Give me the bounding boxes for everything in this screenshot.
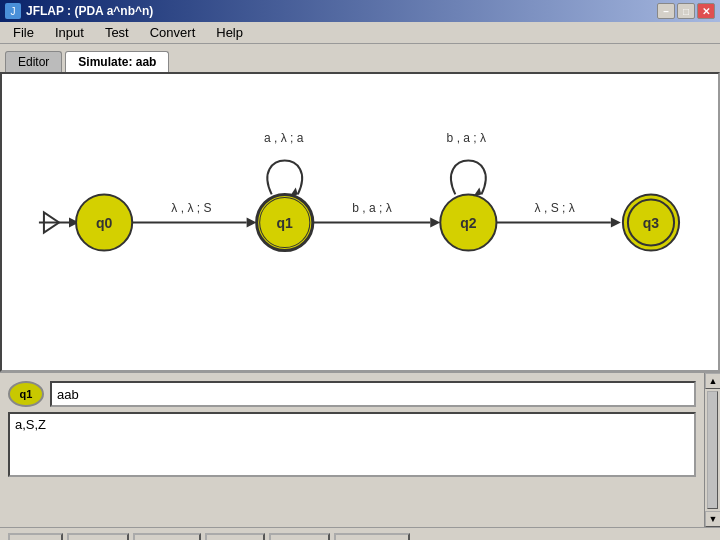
scroll-up-button[interactable]: ▲ [705,373,720,389]
menu-help[interactable]: Help [208,23,251,42]
action-buttons: Step Reset Freeze Thaw Trace Remove [0,527,720,540]
scroll-down-button[interactable]: ▼ [705,511,720,527]
current-state-badge: q1 [8,381,44,407]
menu-bar: File Input Test Convert Help [0,22,720,44]
remove-button[interactable]: Remove [334,533,410,540]
tab-editor[interactable]: Editor [5,51,62,72]
svg-text:λ , S ; λ: λ , S ; λ [535,201,575,215]
svg-text:a , λ ; a: a , λ ; a [264,131,304,145]
svg-text:q0: q0 [96,215,113,231]
stack-display: a,S,Z [8,412,696,477]
scrollbar[interactable]: ▲ ▼ [704,373,720,527]
svg-marker-18 [473,187,481,196]
menu-convert[interactable]: Convert [142,23,204,42]
svg-text:q1: q1 [277,215,294,231]
input-string-display[interactable] [50,381,696,407]
svg-text:q3: q3 [643,215,660,231]
reset-button[interactable]: Reset [67,533,129,540]
step-button[interactable]: Step [8,533,63,540]
app-icon: J [5,3,21,19]
simulation-info: q1 a,S,Z [0,373,704,527]
svg-text:b , a ; λ: b , a ; λ [447,131,486,145]
thaw-button[interactable]: Thaw [205,533,265,540]
svg-text:b , a ; λ: b , a ; λ [352,201,391,215]
diagram-canvas: q0 λ , λ ; S q1 a , λ ; a b , a ; λ q2 b… [0,72,720,372]
menu-test[interactable]: Test [97,23,137,42]
automaton-diagram: q0 λ , λ ; S q1 a , λ ; a b , a ; λ q2 b… [2,74,718,370]
window-controls: – □ ✕ [657,3,715,19]
menu-file[interactable]: File [5,23,42,42]
window-title: JFLAP : (PDA a^nb^n) [26,4,153,18]
close-button[interactable]: ✕ [697,3,715,19]
svg-text:λ , λ ; S: λ , λ ; S [171,201,211,215]
freeze-button[interactable]: Freeze [133,533,201,540]
stack-content: a,S,Z [15,417,46,432]
maximize-button[interactable]: □ [677,3,695,19]
trace-button[interactable]: Trace [269,533,330,540]
menu-input[interactable]: Input [47,23,92,42]
minimize-button[interactable]: – [657,3,675,19]
scroll-thumb[interactable] [707,391,718,509]
svg-marker-21 [611,217,621,227]
tab-simulate[interactable]: Simulate: aab [65,51,169,72]
state-row: q1 [8,381,696,407]
simulation-panel: q1 a,S,Z ▲ ▼ [0,372,720,527]
tab-bar: Editor Simulate: aab [0,44,720,72]
svg-marker-14 [430,217,440,227]
svg-text:q2: q2 [460,215,477,231]
title-bar: J JFLAP : (PDA a^nb^n) – □ ✕ [0,0,720,22]
svg-marker-11 [290,187,298,196]
